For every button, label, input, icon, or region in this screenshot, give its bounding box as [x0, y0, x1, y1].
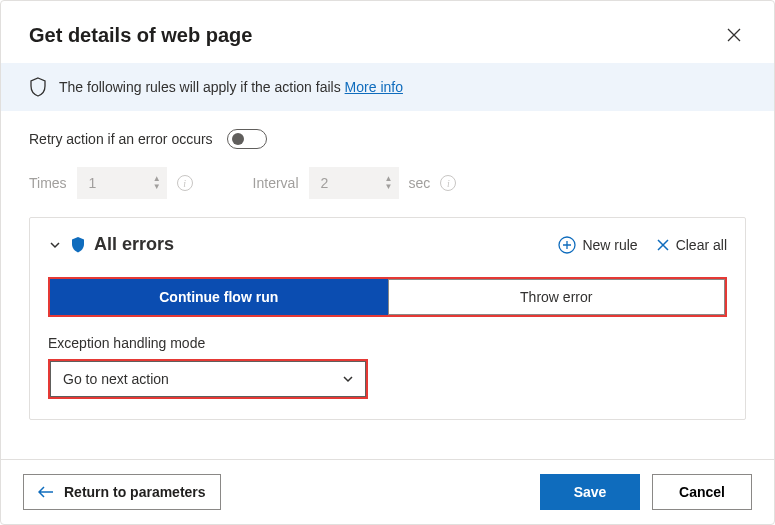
info-icon[interactable]: i — [440, 175, 456, 191]
new-rule-button[interactable]: New rule — [558, 236, 637, 254]
plus-circle-icon — [558, 236, 576, 254]
times-value: 1 — [89, 175, 97, 191]
spinner-arrows-icon: ▲▼ — [153, 175, 161, 191]
errors-heading: All errors — [94, 234, 174, 255]
interval-value: 2 — [321, 175, 329, 191]
times-label: Times — [29, 175, 67, 191]
interval-input[interactable]: 2 ▲▼ — [309, 167, 399, 199]
info-icon[interactable]: i — [177, 175, 193, 191]
handling-label: Exception handling mode — [48, 335, 727, 351]
seconds-label: sec — [409, 175, 431, 191]
toggle-knob-icon — [232, 133, 244, 145]
handling-mode-select[interactable]: Go to next action — [50, 361, 366, 397]
throw-error-tab[interactable]: Throw error — [388, 279, 726, 315]
return-label: Return to parameters — [64, 484, 206, 500]
x-icon — [656, 238, 670, 252]
clear-all-button[interactable]: Clear all — [656, 237, 727, 253]
retry-label: Retry action if an error occurs — [29, 131, 213, 147]
handling-value: Go to next action — [63, 371, 169, 387]
interval-label: Interval — [253, 175, 299, 191]
times-input[interactable]: 1 ▲▼ — [77, 167, 167, 199]
save-button[interactable]: Save — [540, 474, 640, 510]
chevron-down-icon — [341, 372, 355, 386]
clear-all-label: Clear all — [676, 237, 727, 253]
chevron-down-icon[interactable] — [48, 238, 62, 252]
return-button[interactable]: Return to parameters — [23, 474, 221, 510]
shield-icon — [70, 236, 86, 254]
cancel-button[interactable]: Cancel — [652, 474, 752, 510]
banner-text: The following rules will apply if the ac… — [59, 79, 341, 95]
more-info-link[interactable]: More info — [345, 79, 403, 95]
close-icon — [727, 28, 741, 42]
info-banner: The following rules will apply if the ac… — [1, 63, 774, 111]
continue-flow-tab[interactable]: Continue flow run — [50, 279, 388, 315]
close-button[interactable] — [718, 19, 750, 51]
retry-toggle[interactable] — [227, 129, 267, 149]
shield-icon — [29, 77, 47, 97]
spinner-arrows-icon: ▲▼ — [385, 175, 393, 191]
new-rule-label: New rule — [582, 237, 637, 253]
arrow-left-icon — [38, 485, 54, 499]
flow-mode-segments: Continue flow run Throw error — [48, 277, 727, 317]
dialog-title: Get details of web page — [29, 24, 252, 47]
errors-panel: All errors New rule Clear all Continue f… — [29, 217, 746, 420]
